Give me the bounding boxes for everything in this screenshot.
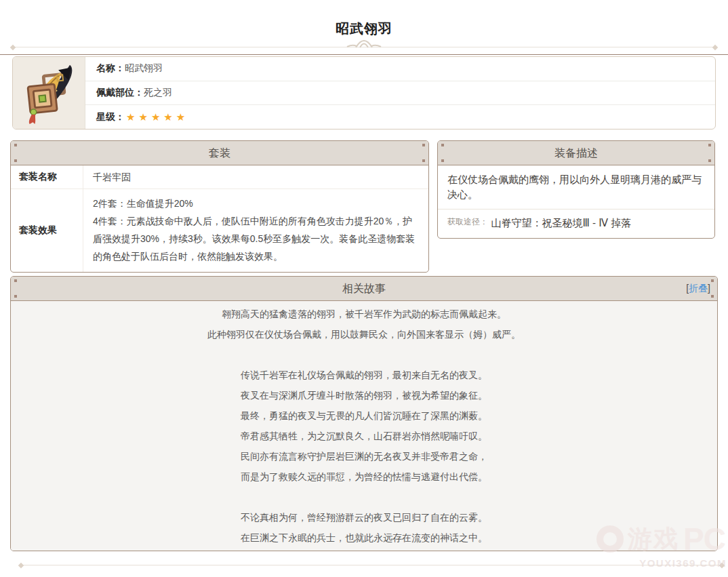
name-label: 名称： [96,62,125,75]
slot-value: 死之羽 [144,87,172,99]
story-paragraph: 在巨渊之下永眠的兵士，也就此永远存在流变的神话之中。 [24,532,704,544]
set-effect-value: 2件套：生命值提升20% 4件套：元素战技命中敌人后，使队伍中附近的所有角色攻击… [83,189,428,272]
story-paragraph [24,349,704,361]
star-icon: ★ [151,112,160,122]
star-rating: ★★★★★ [126,112,185,122]
story-paragraph: 不论真相为何，曾经翔游群云的夜叉已回归了自在的云雾。 [24,511,704,523]
set-effect-2pc: 2件套：生命值提升20% [93,195,419,212]
set-name-value: 千岩牢固 [83,165,428,188]
story-paragraph: 夜叉在与深渊爪牙缠斗时散落的翎羽，被视为希望的象征。 [24,389,704,401]
divider-end-icon [10,45,16,50]
divider-end-icon [719,563,725,568]
watermark-site-url: YOUXI369.COM [559,557,728,569]
equipment-description-text: 在仪仗场合佩戴的鹰翎，用以向外人显明璃月港的威严与决心。 [438,165,714,210]
equipment-description-box: 装备描述 在仪仗场合佩戴的鹰翎，用以向外人显明璃月港的威严与决心。 获取途径： … [437,140,715,239]
rarity-label: 星级： [96,111,125,123]
story-paragraph: 民间亦有流言称守护层岩巨渊的无名夜叉并非受帝君之命， [24,450,704,462]
story-box-title: 相关故事 [342,283,386,294]
star-icon: ★ [163,112,172,122]
artifact-image [13,57,85,129]
story-paragraph: 帝君感其牺牲，为之沉默良久，山石群岩亦悄然呢喃吁叹。 [24,430,704,442]
divider-end-icon [712,45,718,50]
desc-box-header: 装备描述 [438,141,714,165]
story-paragraph: 传说千岩军在礼仪场合佩戴的翎羽，最初来自无名的夜叉。 [24,369,704,381]
set-effect-row: 套装效果 2件套：生命值提升20% 4件套：元素战技命中敌人后，使队伍中附近的所… [11,189,428,272]
set-effect-4pc: 4件套：元素战技命中敌人后，使队伍中附近的所有角色攻击力提升20％，护盾强效提升… [93,212,419,265]
star-icon: ★ [126,112,135,122]
story-box: 相关故事 [折叠] 翱翔高天的猛禽遗落的翎羽，被千岩军作为武勋的标志而佩戴起来。… [10,276,718,551]
info-row-rarity: 星级： ★★★★★ [85,105,715,129]
info-row-slot: 佩戴部位： 死之羽 [85,81,715,106]
set-name-row: 套装名称 千岩牢固 [11,165,428,189]
story-paragraph: 翱翔高天的猛禽遗落的翎羽，被千岩军作为武勋的标志而佩戴起来。 [24,308,704,320]
feather-artifact-icon [20,61,78,125]
source-row: 获取途径： 山脊守望：祝圣秘境Ⅲ - Ⅳ 掉落 [438,210,714,238]
divider-ornament-icon [342,38,386,52]
collapse-button[interactable]: [折叠] [686,277,710,300]
info-row-name: 名称： 昭武翎羽 [85,57,715,81]
story-paragraph: 此种翎羽仅在仪仗场合佩戴，用以鼓舞民众，向外国来客显示（姆）威严。 [24,328,704,340]
collapse-bracket: ] [708,283,710,294]
story-paragraph: 最终，勇猛的夜叉与无畏的凡人们皆沉睡在了深黑的渊薮。 [24,410,704,422]
item-info-rows: 名称： 昭武翎羽 佩戴部位： 死之羽 星级： ★★★★★ [85,57,715,129]
story-paragraph: 而是为了救赎久远的罪愆，为曾经的怯懦与逃避付出代偿。 [24,471,704,483]
set-name-label: 套装名称 [11,165,83,188]
top-divider [12,47,716,47]
bottom-divider [20,565,723,565]
source-label: 获取途径： [447,217,488,226]
star-icon: ★ [138,112,147,122]
story-content: 翱翔高天的猛禽遗落的翎羽，被千岩军作为武勋的标志而佩戴起来。此种翎羽仅在仪仗场合… [11,301,717,551]
divider-end-icon [18,563,24,568]
desc-box-title: 装备描述 [554,147,598,159]
set-box: 套装 套装名称 千岩牢固 套装效果 2件套：生命值提升20% 4件套：元素战技命… [10,140,429,273]
name-value: 昭武翎羽 [125,62,163,75]
page-title: 昭武翎羽 [0,20,728,38]
set-effect-label: 套装效果 [11,189,83,272]
star-icon: ★ [176,112,185,122]
collapse-label: 折叠 [689,283,708,294]
story-box-header: 相关故事 [折叠] [11,277,717,301]
story-paragraph [24,491,704,503]
slot-label: 佩戴部位： [96,87,144,99]
source-value: 山脊守望：祝圣秘境Ⅲ - Ⅳ 掉落 [491,217,631,228]
set-box-header: 套装 [11,141,428,165]
item-info-table: 名称： 昭武翎羽 佩戴部位： 死之羽 星级： ★★★★★ [12,56,716,130]
set-box-title: 套装 [209,147,230,159]
section-rule [0,54,728,55]
